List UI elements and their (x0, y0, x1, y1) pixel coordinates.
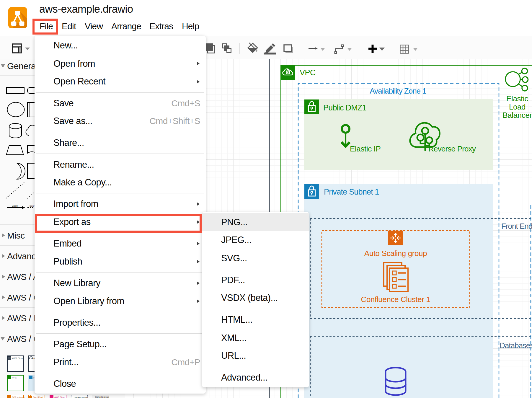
svg-text:Elastic IP: Elastic IP (350, 144, 381, 153)
svg-text:Private Subnet 1: Private Subnet 1 (324, 187, 379, 196)
svg-text:Public DMZ1: Public DMZ1 (323, 103, 366, 112)
svg-text:Reverse Proxy: Reverse Proxy (428, 144, 476, 153)
svg-text:Load: Load (509, 102, 526, 111)
svg-text:Elastic: Elastic (506, 94, 528, 103)
svg-text:Balancer: Balancer (502, 111, 532, 120)
svg-text:Front End: Front End (501, 222, 532, 231)
svg-text:Auto Scaling group: Auto Scaling group (364, 249, 427, 258)
svg-text:Label: Label (12, 204, 18, 207)
svg-text:Availability Zone 1: Availability Zone 1 (370, 87, 426, 95)
svg-text:Databases: Databases (500, 341, 532, 350)
svg-text:Confluence Cluster 1: Confluence Cluster 1 (361, 295, 430, 304)
svg-text:VPC: VPC (300, 68, 316, 77)
